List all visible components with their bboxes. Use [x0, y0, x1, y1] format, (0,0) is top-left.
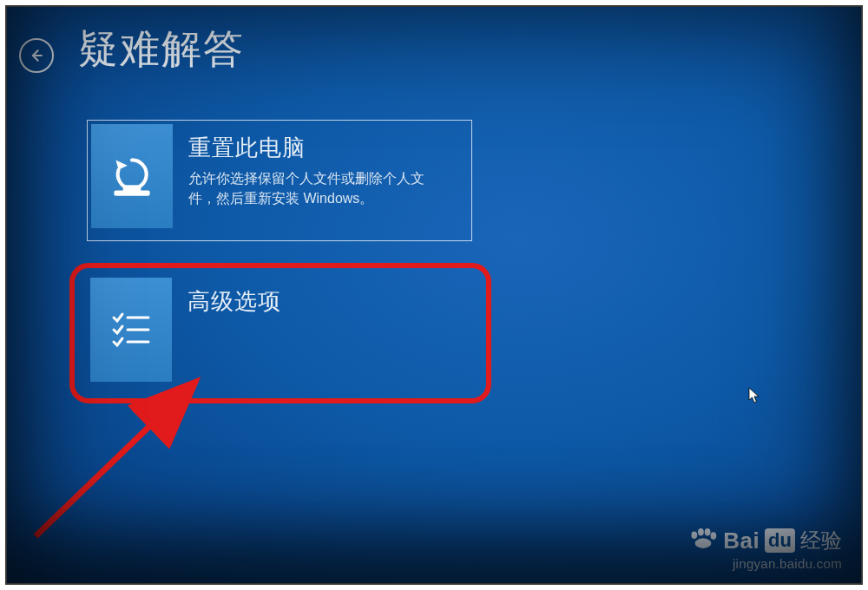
- svg-rect-2: [123, 185, 141, 192]
- screen-frame: 疑难解答 重置此电脑 允许你选择保留个人文件或删除个人文件，然后重新安装 Win…: [5, 5, 863, 585]
- watermark-brand-suffix: 经验: [800, 527, 842, 554]
- option-reset-desc: 允许你选择保留个人文件或删除个人文件，然后重新安装 Windows。: [188, 168, 440, 208]
- watermark-brand-box: du: [765, 528, 795, 553]
- option-advanced-title: 高级选项: [187, 286, 281, 317]
- option-reset-pc[interactable]: 重置此电脑 允许你选择保留个人文件或删除个人文件，然后重新安装 Windows。: [87, 120, 472, 241]
- svg-point-9: [705, 528, 711, 536]
- svg-line-6: [36, 415, 161, 536]
- svg-point-8: [698, 528, 704, 536]
- arrow-left-icon: [28, 47, 45, 64]
- advanced-options-icon: [90, 278, 172, 382]
- svg-point-7: [692, 532, 698, 540]
- watermark: Bai du 经验 jingyan.baidu.com: [688, 527, 842, 571]
- cursor-icon: [748, 387, 760, 404]
- option-advanced-text: 高级选项: [172, 278, 292, 322]
- page-title: 疑难解答: [78, 23, 245, 76]
- reset-pc-icon: [91, 124, 173, 228]
- option-reset-title: 重置此电脑: [188, 133, 440, 163]
- back-button[interactable]: [19, 38, 54, 73]
- paw-icon: [688, 528, 718, 554]
- option-advanced[interactable]: 高级选项: [87, 274, 472, 396]
- svg-point-10: [711, 532, 717, 540]
- watermark-brand-prefix: Bai: [723, 528, 760, 554]
- option-reset-text: 重置此电脑 允许你选择保留个人文件或删除个人文件，然后重新安装 Windows。: [173, 124, 450, 208]
- watermark-url: jingyan.baidu.com: [688, 556, 842, 571]
